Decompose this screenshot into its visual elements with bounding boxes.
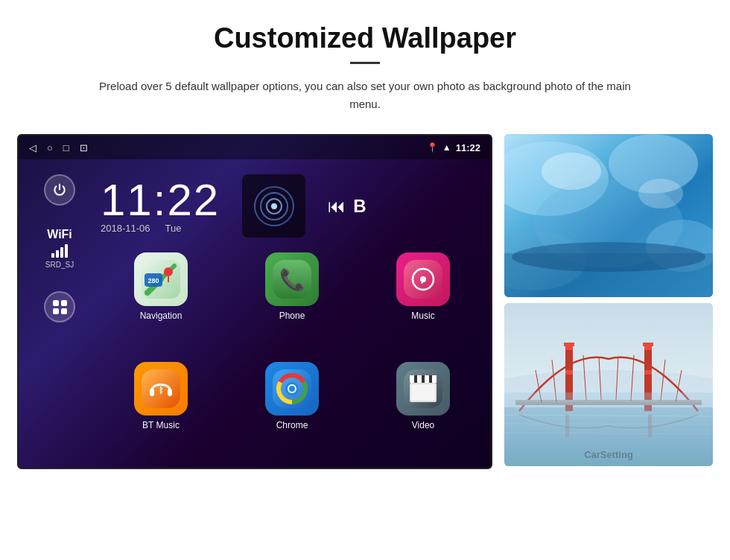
svg-rect-45: [504, 407, 713, 466]
prev-track-icon[interactable]: ⏮: [328, 196, 346, 217]
phone-app-label: Phone: [279, 311, 305, 321]
video-app-icon[interactable]: [396, 362, 450, 416]
phone-app-icon[interactable]: 📞: [265, 252, 319, 306]
svg-rect-27: [417, 375, 422, 383]
svg-rect-68: [648, 415, 652, 437]
media-widget: [242, 174, 305, 238]
clock-day: Tue: [165, 223, 182, 234]
wifi-ssid: SRD_SJ: [45, 261, 74, 269]
svg-rect-28: [425, 375, 429, 383]
status-bar: ◁ ○ □ ⊡ 📍 ▲ 11:22: [19, 136, 491, 159]
svg-text:📞: 📞: [279, 267, 305, 292]
svg-rect-52: [564, 343, 574, 346]
back-icon[interactable]: ◁: [29, 142, 36, 153]
svg-point-39: [542, 153, 601, 190]
svg-rect-26: [410, 375, 414, 383]
power-button[interactable]: [44, 174, 75, 206]
svg-rect-32: [411, 384, 435, 401]
screenshot-icon[interactable]: ⊡: [80, 142, 88, 153]
svg-line-46: [504, 415, 713, 416]
svg-rect-16: [150, 389, 154, 396]
next-label: B: [353, 196, 366, 217]
home-icon[interactable]: ○: [47, 142, 53, 153]
media-controls: ⏮ B: [328, 196, 366, 217]
ice-wallpaper-thumb[interactable]: [504, 134, 713, 297]
video-app-label: Video: [412, 420, 434, 430]
svg-rect-55: [644, 370, 652, 375]
list-item[interactable]: ᛒ BT Music: [101, 362, 221, 461]
svg-rect-58: [515, 400, 702, 402]
svg-text:ᛒ: ᛒ: [159, 386, 164, 395]
svg-text:♪: ♪: [420, 272, 427, 287]
svg-point-44: [504, 370, 713, 430]
wifi-bars: [51, 244, 68, 258]
page-container: Customized Wallpaper Preload over 5 defa…: [0, 0, 730, 560]
media-signal-ring: [252, 184, 296, 229]
clock-time: 11:22: [101, 178, 220, 223]
wifi-status-icon: ▲: [442, 142, 451, 153]
svg-rect-57: [515, 400, 702, 405]
time-display: 11:22: [456, 142, 480, 153]
recent-icon[interactable]: □: [63, 142, 69, 153]
chrome-app-label: Chrome: [276, 420, 308, 430]
svg-rect-53: [644, 344, 652, 411]
list-item[interactable]: ♪ Music: [363, 252, 483, 351]
clock-section: 11:22 2018-11-06 Tue: [101, 178, 220, 234]
page-title: Customized Wallpaper: [214, 22, 516, 54]
status-icons: 📍 ▲ 11:22: [427, 142, 480, 153]
list-item[interactable]: Video: [363, 362, 483, 461]
android-screen: ◁ ○ □ ⊡ 📍 ▲ 11:22: [17, 134, 492, 469]
svg-rect-67: [565, 415, 569, 437]
svg-point-23: [289, 386, 295, 392]
center-content: 11:22 2018-11-06 Tue: [101, 159, 491, 468]
svg-rect-56: [643, 343, 653, 346]
svg-line-47: [504, 424, 713, 424]
app-grid: 280 Navigation: [101, 252, 491, 460]
screen-body: WiFi SRD_SJ: [19, 159, 491, 468]
svg-rect-51: [565, 370, 573, 375]
title-underline: [350, 62, 380, 64]
location-icon: 📍: [427, 142, 438, 153]
apps-grid-button[interactable]: [44, 291, 75, 322]
nav-buttons: ◁ ○ □ ⊡: [29, 142, 88, 153]
clock-row: 11:22 2018-11-06 Tue: [101, 167, 491, 245]
wifi-label: WiFi: [47, 228, 72, 241]
svg-rect-29: [432, 375, 437, 383]
carsetting-label: CarSetting: [504, 449, 713, 460]
clock-date: 2018-11-06 Tue: [101, 223, 181, 234]
wallpaper-column: CarSetting: [504, 134, 713, 469]
chrome-app-icon[interactable]: [265, 362, 319, 416]
svg-point-8: [164, 267, 173, 276]
svg-point-40: [638, 179, 683, 209]
left-sidebar: WiFi SRD_SJ: [19, 159, 101, 468]
signal-dot: [271, 203, 277, 209]
music-app-label: Music: [411, 311, 434, 321]
content-area: ◁ ○ □ ⊡ 📍 ▲ 11:22: [45, 134, 685, 469]
svg-rect-49: [565, 344, 573, 411]
svg-rect-17: [168, 389, 172, 396]
svg-point-42: [512, 242, 705, 272]
btmusic-app-icon[interactable]: ᛒ: [134, 362, 188, 416]
btmusic-app-label: BT Music: [142, 420, 180, 430]
navigation-app-icon[interactable]: 280: [134, 252, 188, 306]
list-item[interactable]: Chrome: [232, 362, 352, 461]
grid-icon: [53, 300, 67, 314]
bridge-wallpaper-thumb[interactable]: CarSetting: [504, 303, 713, 466]
clock-date-text: 2018-11-06: [101, 223, 150, 234]
list-item[interactable]: 📞 Phone: [232, 252, 352, 351]
page-description: Preload over 5 default wallpaper options…: [86, 77, 644, 113]
svg-line-48: [504, 433, 713, 434]
navigation-app-label: Navigation: [140, 311, 182, 321]
wifi-widget[interactable]: WiFi SRD_SJ: [45, 228, 74, 269]
svg-text:280: 280: [147, 277, 159, 284]
music-app-icon[interactable]: ♪: [396, 252, 450, 306]
list-item[interactable]: 280 Navigation: [101, 252, 221, 351]
